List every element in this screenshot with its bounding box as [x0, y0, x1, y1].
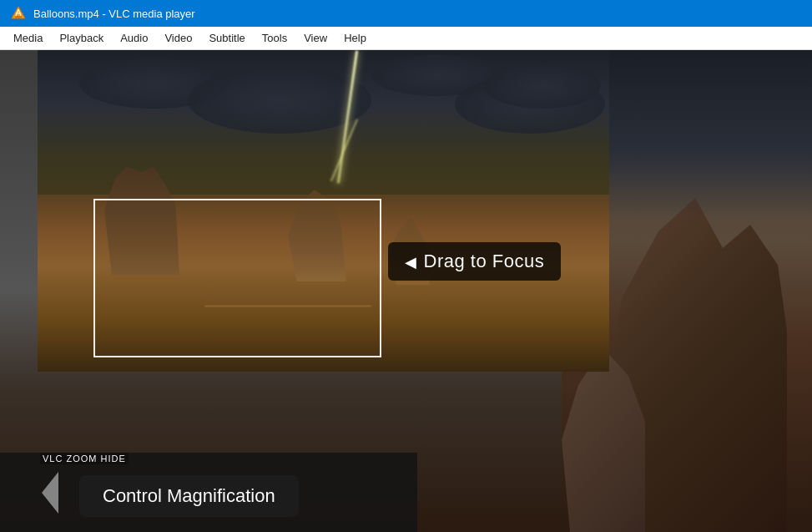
bottom-chevron: [38, 453, 63, 532]
menu-video[interactable]: Video: [158, 30, 199, 46]
menu-subtitle[interactable]: Subtitle: [202, 30, 251, 46]
window-title: Balloons.mp4 - VLC media player: [33, 8, 195, 20]
control-magnification-tooltip: Control Magnification: [79, 475, 299, 517]
menu-tools[interactable]: Tools: [255, 30, 294, 46]
cloud-2: [188, 67, 371, 134]
sky-right: [578, 50, 812, 217]
vlc-cone-icon: [10, 5, 27, 22]
drag-to-focus-tooltip: Drag to Focus: [388, 242, 561, 281]
zoom-selection-box[interactable]: [93, 199, 381, 357]
zoom-hide-label: VLC ZOOM HIDE: [40, 453, 129, 464]
svg-rect-1: [15, 16, 22, 18]
title-bar: Balloons.mp4 - VLC media player: [0, 0, 812, 27]
menu-view[interactable]: View: [297, 30, 334, 46]
chevron-left-icon: [42, 472, 58, 514]
menu-playback[interactable]: Playback: [53, 30, 110, 46]
main-content: Drag to Focus VLC ZOOM HIDE Control Magn…: [0, 50, 812, 532]
menu-audio[interactable]: Audio: [113, 30, 154, 46]
cloud-5: [484, 63, 601, 109]
menu-media[interactable]: Media: [7, 30, 49, 46]
menu-bar: Media Playback Audio Video Subtitle Tool…: [0, 27, 812, 50]
menu-help[interactable]: Help: [337, 30, 373, 46]
